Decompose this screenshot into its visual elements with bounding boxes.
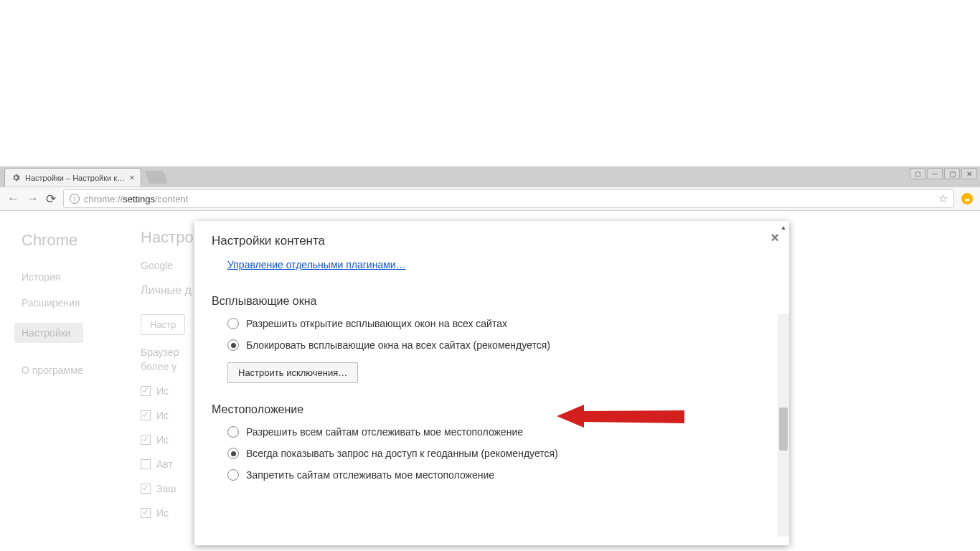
modal-scrollbar[interactable]: ▲ xyxy=(778,314,789,537)
radio-icon[interactable] xyxy=(227,469,239,481)
forward-button: → xyxy=(27,192,39,206)
popup-exceptions-button[interactable]: Настроить исключения… xyxy=(227,362,358,383)
url-scheme: chrome:// xyxy=(84,194,123,204)
location-allow-label: Разрешить всем сайтам отслеживать мое ме… xyxy=(246,426,523,438)
url-host: settings xyxy=(123,194,155,204)
new-tab-button[interactable] xyxy=(144,171,168,184)
bookmark-star-icon[interactable]: ☆ xyxy=(938,192,948,205)
location-ask-label: Всегда показывать запрос на доступ к гео… xyxy=(246,448,558,459)
popup-block-row[interactable]: Блокировать всплывающие окна на всех сай… xyxy=(227,339,772,351)
radio-icon[interactable] xyxy=(227,318,239,329)
section-location-title: Местоположение xyxy=(212,403,772,416)
modal-body: Настройки контента Управление отдельными… xyxy=(194,221,789,545)
scroll-up-icon[interactable]: ▲ xyxy=(780,224,787,231)
toolbar: ← → ⟳ i chrome://settings/content ☆ xyxy=(0,187,980,211)
maximize-button[interactable]: ▢ xyxy=(944,168,960,179)
modal-close-button[interactable]: × xyxy=(771,230,779,246)
back-button[interactable]: ← xyxy=(7,192,19,206)
location-deny-label: Запретить сайтам отслеживать мое местопо… xyxy=(246,469,494,481)
tab-strip: Настройки – Настройки к… × ☖ ─ ▢ ✕ xyxy=(0,166,980,187)
popup-allow-row[interactable]: Разрешить открытие всплывающих окон на в… xyxy=(227,318,772,329)
location-deny-row[interactable]: Запретить сайтам отслеживать мое местопо… xyxy=(227,469,772,481)
browser-tab[interactable]: Настройки – Настройки к… × xyxy=(4,168,141,187)
omnibox[interactable]: i chrome://settings/content ☆ xyxy=(63,189,954,208)
tab-title: Настройки – Настройки к… xyxy=(25,174,125,182)
page: Chrome История Расширения Настройки О пр… xyxy=(0,211,980,545)
location-allow-row[interactable]: Разрешить всем сайтам отслеживать мое ме… xyxy=(227,426,772,438)
manage-plugins-link[interactable]: Управление отдельными плагинами… xyxy=(227,259,406,270)
minimize-button[interactable]: ─ xyxy=(927,168,943,179)
popup-block-label: Блокировать всплывающие окна на всех сай… xyxy=(246,339,550,351)
url-path: /content xyxy=(155,194,188,204)
scroll-thumb[interactable] xyxy=(779,408,788,451)
location-ask-row[interactable]: Всегда показывать запрос на доступ к гео… xyxy=(227,448,772,459)
extension-icon[interactable] xyxy=(961,193,973,204)
content-settings-modal: × Настройки контента Управление отдельны… xyxy=(194,221,789,545)
modal-title: Настройки контента xyxy=(212,234,772,248)
site-info-icon[interactable]: i xyxy=(70,194,80,204)
section-popups-title: Всплывающие окна xyxy=(212,295,772,308)
blank-top-region xyxy=(0,0,980,166)
radio-icon[interactable] xyxy=(227,339,239,351)
gear-icon xyxy=(11,173,21,183)
radio-icon[interactable] xyxy=(227,448,239,459)
radio-icon[interactable] xyxy=(227,426,239,438)
modal-overlay: × Настройки контента Управление отдельны… xyxy=(0,211,980,545)
reload-button[interactable]: ⟳ xyxy=(46,192,56,207)
window-controls: ☖ ─ ▢ ✕ xyxy=(910,168,977,179)
close-tab-icon[interactable]: × xyxy=(129,172,135,183)
close-window-button[interactable]: ✕ xyxy=(961,168,977,179)
user-icon[interactable]: ☖ xyxy=(910,168,925,179)
popup-allow-label: Разрешить открытие всплывающих окон на в… xyxy=(246,318,507,329)
